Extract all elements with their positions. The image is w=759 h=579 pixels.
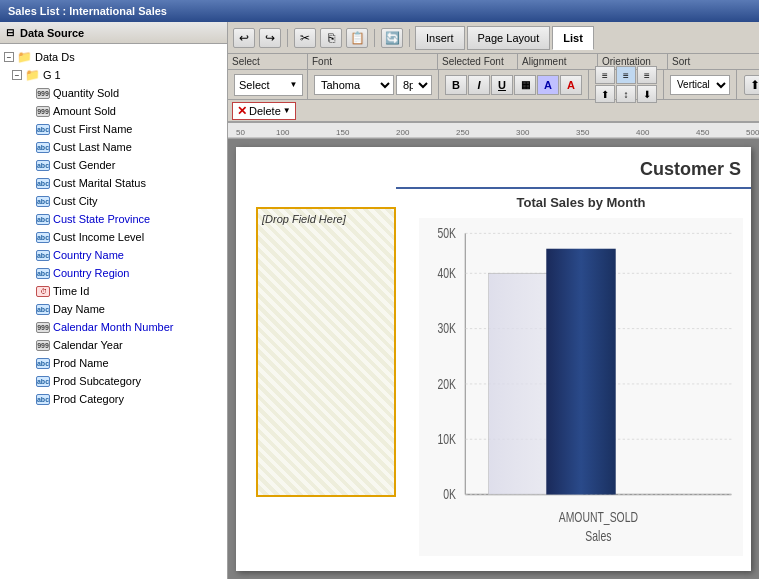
align-top-button[interactable]: ⬆: [595, 85, 615, 103]
redo-button[interactable]: ↪: [259, 28, 281, 48]
chart-container: 0K 10K 20K 30K 40K 50K: [419, 218, 743, 556]
list-item[interactable]: abc Cust Marital Status: [0, 174, 227, 192]
underline-button[interactable]: U: [491, 75, 513, 95]
tree-group[interactable]: − 📁 G 1: [0, 66, 227, 84]
svg-text:150: 150: [336, 128, 350, 137]
group-toggle[interactable]: −: [12, 70, 22, 80]
paste-button[interactable]: 📋: [346, 28, 368, 48]
list-item[interactable]: abc Cust First Name: [0, 120, 227, 138]
field-type-abc: abc: [36, 124, 50, 135]
svg-text:400: 400: [636, 128, 650, 137]
list-item[interactable]: abc Cust Gender: [0, 156, 227, 174]
tab-page-layout[interactable]: Page Layout: [467, 26, 551, 50]
folder-icon-group: 📁: [25, 68, 40, 82]
drop-field-area[interactable]: [Drop Field Here]: [256, 207, 396, 497]
tree-root[interactable]: − 📁 Data Ds: [0, 48, 227, 66]
ruler: 50 100 150 200 250 300 350 400 450 500: [228, 123, 759, 139]
refresh-button[interactable]: 🔄: [381, 28, 403, 48]
list-item[interactable]: abc Cust Income Level: [0, 228, 227, 246]
alignment-section-label: Alignment: [522, 56, 566, 67]
root-label: Data Ds: [35, 51, 75, 63]
delete-button[interactable]: ✕ Delete ▼: [232, 102, 296, 120]
copy-button[interactable]: ⎘: [320, 28, 342, 48]
svg-text:200: 200: [396, 128, 410, 137]
root-toggle[interactable]: −: [4, 52, 14, 62]
align-center-button[interactable]: ≡: [616, 66, 636, 84]
list-item[interactable]: ⏱ Time Id: [0, 282, 227, 300]
field-label: Calendar Year: [53, 339, 123, 351]
panel-header: ⊟ Data Source: [0, 22, 227, 44]
page-header-text: Customer S: [640, 159, 741, 180]
field-type-999: 999: [36, 106, 50, 117]
list-item[interactable]: abc Prod Name: [0, 354, 227, 372]
select-section: Select ▼: [228, 70, 308, 99]
list-item[interactable]: abc Cust Last Name: [0, 138, 227, 156]
cut-button[interactable]: ✂: [294, 28, 316, 48]
right-panel: ↩ ↪ ✂ ⎘ 📋 🔄 Insert Page Layout List Sele…: [228, 22, 759, 579]
field-type-abc: abc: [36, 304, 50, 315]
list-item[interactable]: abc Cust City: [0, 192, 227, 210]
delete-icon: ✕: [237, 104, 247, 118]
svg-text:450: 450: [696, 128, 710, 137]
field-type-abc: abc: [36, 394, 50, 405]
list-item[interactable]: 999 Quantity Sold: [0, 84, 227, 102]
field-type-abc: abc: [36, 160, 50, 171]
align-middle-button[interactable]: ↕: [616, 85, 636, 103]
svg-text:Sales: Sales: [585, 528, 611, 544]
list-item[interactable]: 999 Amount Sold: [0, 102, 227, 120]
field-label: Prod Name: [53, 357, 109, 369]
list-item[interactable]: abc Country Name: [0, 246, 227, 264]
list-item[interactable]: abc Country Region: [0, 264, 227, 282]
border-button[interactable]: ▦: [514, 75, 536, 95]
separator: [287, 29, 288, 47]
fill-color-button[interactable]: A: [537, 75, 559, 95]
select-chevron-icon: ▼: [290, 80, 298, 89]
tab-insert[interactable]: Insert: [415, 26, 465, 50]
sort-section-label: Sort: [672, 56, 690, 67]
align-left-button[interactable]: ≡: [595, 66, 615, 84]
sort-asc-button[interactable]: ⬆: [744, 75, 759, 95]
select-dropdown[interactable]: Select ▼: [234, 74, 303, 96]
svg-rect-0: [228, 123, 759, 139]
field-label: Cust Marital Status: [53, 177, 146, 189]
section-labels-row: Select Font Selected Font Alignment Orie…: [228, 54, 759, 70]
list-item[interactable]: 999 Calendar Month Number: [0, 318, 227, 336]
orientation-select[interactable]: Vertical: [670, 75, 730, 95]
list-item[interactable]: abc Prod Subcategory: [0, 372, 227, 390]
field-type-abc: abc: [36, 142, 50, 153]
tree-container[interactable]: − 📁 Data Ds − 📁 G 1 999: [0, 44, 227, 579]
svg-text:350: 350: [576, 128, 590, 137]
section-label-select: Select: [228, 54, 308, 69]
field-type-abc: abc: [36, 250, 50, 261]
selected-font-section: B I U ▦ A A: [439, 70, 589, 99]
font-name-select[interactable]: Tahoma: [314, 75, 394, 95]
italic-button[interactable]: I: [468, 75, 490, 95]
svg-text:AMOUNT_SOLD: AMOUNT_SOLD: [559, 510, 638, 526]
list-item[interactable]: 999 Calendar Year: [0, 336, 227, 354]
align-right-button[interactable]: ≡: [637, 66, 657, 84]
page-area: Customer S ⊕ [Drop Field Here] Total Sal…: [236, 147, 751, 571]
section-label-font: Font: [308, 54, 438, 69]
toolbar-area: ↩ ↪ ✂ ⎘ 📋 🔄 Insert Page Layout List Sele…: [228, 22, 759, 123]
field-label: Prod Subcategory: [53, 375, 141, 387]
tab-list[interactable]: List: [552, 26, 594, 50]
list-item[interactable]: abc Cust State Province: [0, 210, 227, 228]
font-color-button[interactable]: A: [560, 75, 582, 95]
field-label: Amount Sold: [53, 105, 116, 117]
group-label: G 1: [43, 69, 61, 81]
undo-button[interactable]: ↩: [233, 28, 255, 48]
list-item[interactable]: abc Prod Category: [0, 390, 227, 408]
drop-field-label: [Drop Field Here]: [262, 213, 346, 225]
delete-row: ✕ Delete ▼: [228, 100, 759, 122]
separator: [409, 29, 410, 47]
field-type-time: ⏱: [36, 286, 50, 297]
field-label: Time Id: [53, 285, 89, 297]
bold-button[interactable]: B: [445, 75, 467, 95]
selected-font-section-label: Selected Font: [442, 56, 504, 67]
list-item[interactable]: abc Day Name: [0, 300, 227, 318]
field-label: Cust Income Level: [53, 231, 144, 243]
field-label: Cust Gender: [53, 159, 115, 171]
align-bottom-button[interactable]: ⬇: [637, 85, 657, 103]
bottom-align-group: ⬆ ↕ ⬇: [595, 85, 657, 103]
font-size-select[interactable]: 8pt: [396, 75, 432, 95]
